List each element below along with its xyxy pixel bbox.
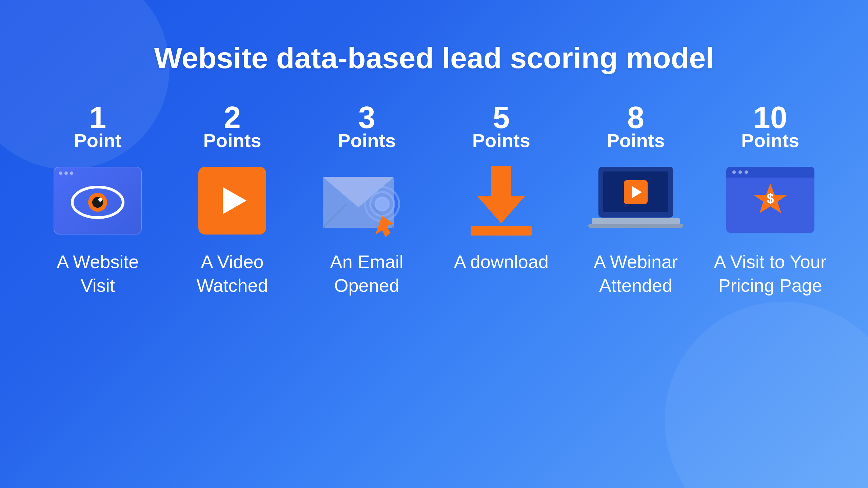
browser-dot	[59, 171, 62, 175]
browser-dot	[70, 171, 73, 175]
page-title: Website data-based lead scoring model	[154, 41, 714, 75]
item-label-8: A Webinar Attended	[579, 250, 693, 297]
item-label-5: A download	[454, 250, 549, 273]
svg-rect-16	[592, 218, 680, 224]
svg-point-10	[375, 197, 389, 211]
item-download: 5 Points A download	[444, 102, 558, 273]
arrow-body	[491, 166, 511, 196]
points-value-5: 5	[493, 102, 510, 133]
item-label-1: A Website Visit	[41, 250, 155, 297]
item-website-visit: 1 Point A Website Visit	[41, 102, 155, 297]
play-triangle-icon	[223, 187, 246, 214]
item-label-3: An Email Opened	[310, 250, 424, 297]
points-label-10: Points	[741, 129, 799, 151]
icon-download	[454, 165, 549, 236]
pricing-browser-icon: $	[725, 165, 816, 236]
svg-rect-20	[726, 175, 814, 178]
icon-email-opened	[319, 165, 414, 236]
points-value-8: 8	[627, 102, 644, 133]
browser-window-icon	[54, 167, 142, 235]
points-label-8: Points	[607, 129, 665, 151]
bg-decoration-right	[665, 302, 868, 488]
download-arrow-icon	[471, 166, 532, 236]
item-email-opened: 3 Points An Email Opened	[310, 102, 424, 297]
points-value-1: 1	[89, 102, 106, 133]
laptop-icon	[588, 163, 683, 238]
svg-point-3	[98, 198, 102, 202]
play-button-icon	[198, 167, 266, 235]
arrow-head	[477, 196, 525, 223]
points-label-5: Points	[472, 129, 530, 151]
points-value-3: 3	[358, 102, 375, 133]
svg-point-22	[738, 170, 742, 174]
item-label-10: A Visit to Your Pricing Page	[713, 250, 827, 297]
svg-text:$: $	[767, 191, 774, 206]
svg-point-21	[732, 170, 736, 174]
points-value-2: 2	[224, 102, 241, 133]
icon-webinar	[588, 165, 683, 236]
points-label-2: Points	[203, 129, 261, 151]
icon-pricing-page: $	[723, 165, 818, 236]
browser-dot	[64, 171, 68, 175]
svg-rect-17	[588, 224, 683, 228]
points-label-3: Points	[338, 129, 396, 151]
icon-website-visit	[50, 165, 145, 236]
item-label-2: A Video Watched	[175, 250, 290, 297]
email-icon	[319, 163, 414, 238]
item-webinar: 8 Points A Webinar Attended	[579, 102, 693, 297]
arrow-base	[471, 226, 532, 236]
points-value-10: 10	[753, 102, 787, 133]
item-pricing-page: 10 Points $ A Visit to Your Pricing	[713, 102, 827, 297]
browser-dots	[59, 171, 73, 175]
svg-point-23	[745, 170, 748, 174]
points-label-1: Point	[74, 129, 121, 151]
items-container: 1 Point A Website Visit 2 Po	[0, 102, 868, 297]
item-video-watched: 2 Points A Video Watched	[175, 102, 290, 297]
eye-icon	[71, 185, 125, 219]
icon-video-watched	[185, 165, 280, 236]
